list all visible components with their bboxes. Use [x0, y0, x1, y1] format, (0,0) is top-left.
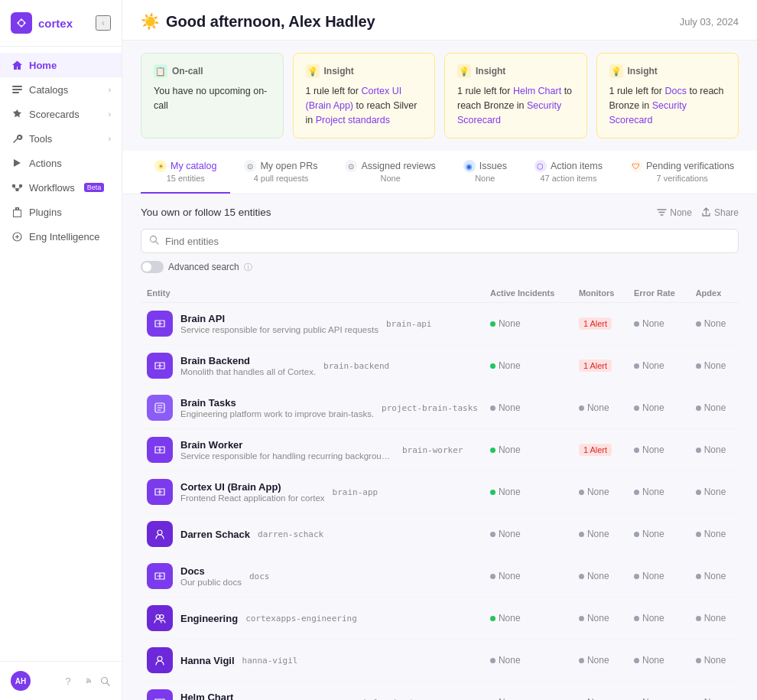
entity-name[interactable]: Docs	[180, 565, 242, 577]
monitors-value: None	[587, 655, 609, 666]
insight1-icon: 💡	[306, 64, 320, 78]
entity-desc: Service responsible for handling recurri…	[180, 451, 395, 461]
advanced-search-label: Advanced search	[168, 262, 239, 272]
tab-my-open-prs[interactable]: ⊙ My open PRs 4 pull requests	[230, 151, 331, 194]
sidebar-collapse-button[interactable]: ‹	[96, 15, 111, 31]
table-row[interactable]: Cortex UI (Brain App) Frontend React app…	[141, 471, 739, 513]
status-dot	[696, 321, 701, 327]
table-row[interactable]: Docs Our public docs docs None None None…	[141, 555, 739, 597]
entity-info: Brain Tasks Engineering platform work to…	[180, 397, 374, 418]
tab-issues[interactable]: ◉ Issues None	[450, 151, 521, 194]
insight3-link1[interactable]: Docs	[664, 86, 686, 96]
status-dot	[634, 321, 639, 327]
entity-cell: Darren Schack darren-schack	[141, 513, 484, 555]
insight1-link2[interactable]: Project standards	[316, 115, 390, 125]
sidebar-item-tools[interactable]: Tools ›	[0, 126, 122, 151]
table-row[interactable]: Brain API Service responsible for servin…	[141, 303, 739, 345]
status-dot	[579, 616, 584, 621]
entity-name[interactable]: Darren Schack	[180, 529, 250, 540]
entity-info: Docs Our public docs	[180, 565, 242, 587]
broadcast-icon[interactable]	[80, 675, 93, 687]
oncall-card-title: On-call	[172, 66, 203, 77]
tab-my-catalog[interactable]: ☀ My catalog 15 entities	[141, 151, 230, 194]
insight-card-3: 💡 Insight 1 rule left for Docs to reach …	[596, 53, 739, 138]
error-rate-value: None	[642, 655, 664, 666]
entity-name[interactable]: Cortex UI (Brain App)	[180, 481, 325, 493]
search-icon[interactable]	[99, 675, 111, 687]
entity-icon	[147, 563, 173, 589]
entity-icon	[147, 647, 173, 673]
svg-point-20	[158, 656, 162, 661]
home-icon	[11, 59, 23, 71]
tab-issues-sub: None	[475, 174, 495, 183]
sidebar-item-scorecards-label: Scorecards	[29, 109, 80, 120]
entity-name[interactable]: Helm Chart	[180, 692, 356, 700]
table-row[interactable]: Helm Chart The Helm Chart for he Cortex …	[141, 682, 739, 700]
incidents-cell: None	[484, 597, 573, 640]
sidebar-item-workflows[interactable]: Workflows Beta	[0, 175, 122, 200]
insight2-prefix: 1 rule left for	[457, 86, 513, 96]
oncall-card: 📋 On-call You have no upcoming on-call	[141, 53, 284, 138]
status-dot	[490, 616, 495, 621]
sidebar-item-home-label: Home	[29, 60, 57, 71]
svg-point-11	[86, 682, 87, 683]
table-row[interactable]: Brain Worker Service responsible for han…	[141, 429, 739, 471]
table-row[interactable]: Hanna Vigil hanna-vigil None None None N…	[141, 640, 739, 682]
sidebar-item-home[interactable]: Home	[0, 53, 122, 77]
apdex-value: None	[704, 613, 726, 623]
entity-desc: Engineering platform work to improve bra…	[180, 409, 374, 418]
svg-rect-6	[19, 184, 22, 187]
entity-name[interactable]: Hanna Vigil	[180, 655, 235, 666]
sidebar-item-workflows-label: Workflows	[29, 182, 75, 194]
entity-icon	[147, 479, 173, 505]
entity-name[interactable]: Brain Worker	[180, 439, 395, 451]
table-row[interactable]: Engineering cortexapps-engineering None …	[141, 597, 739, 640]
insight-card-2: 💡 Insight 1 rule left for Helm Chart to …	[444, 53, 587, 138]
status-dot	[490, 532, 495, 537]
filter-button[interactable]: None	[657, 207, 692, 218]
advanced-search-help-icon[interactable]: ⓘ	[244, 262, 252, 273]
error-rate-value: None	[642, 529, 664, 539]
entity-name[interactable]: Brain Backend	[180, 355, 316, 366]
status-dot	[634, 490, 639, 495]
entity-name[interactable]: Brain API	[180, 313, 378, 324]
error-rate-cell: None	[628, 597, 690, 640]
error-rate-cell: None	[628, 555, 690, 597]
avatar[interactable]: AH	[11, 671, 31, 691]
entity-name[interactable]: Engineering	[180, 613, 238, 624]
table-row[interactable]: Brain Tasks Engineering platform work to…	[141, 387, 739, 429]
tab-pending-verifications[interactable]: 🛡 Pending verifications 7 verifications	[616, 151, 748, 194]
status-dot	[490, 448, 495, 453]
tab-action-items[interactable]: ⬡ Action items 47 action items	[521, 151, 616, 194]
apdex-cell: None	[690, 640, 739, 682]
sidebar-item-catalogs[interactable]: Catalogs ›	[0, 77, 122, 102]
toggle-thumb	[142, 262, 151, 272]
search-input[interactable]	[165, 236, 730, 247]
entity-table-head: Entity Active Incidents Monitors Error R…	[141, 284, 739, 303]
sidebar-item-scorecards[interactable]: Scorecards ›	[0, 102, 122, 126]
sidebar-item-actions[interactable]: Actions	[0, 151, 122, 175]
status-dot	[579, 532, 584, 537]
search-row	[141, 229, 739, 253]
apdex-value: None	[704, 360, 726, 371]
insight1-header: 💡 Insight	[306, 64, 423, 78]
entity-icon	[147, 395, 173, 421]
entity-name[interactable]: Brain Tasks	[180, 397, 374, 409]
sidebar-item-plugins[interactable]: Plugins	[0, 200, 122, 224]
insight2-link1[interactable]: Helm Chart	[513, 86, 561, 96]
share-label: Share	[714, 207, 739, 218]
sidebar-item-eng-intelligence[interactable]: Eng Intelligence	[0, 224, 122, 249]
share-button[interactable]: Share	[701, 207, 739, 218]
apdex-value: None	[704, 487, 726, 497]
actions-icon	[11, 157, 23, 169]
table-row[interactable]: Brain Backend Monolith that handles all …	[141, 345, 739, 387]
error-rate-cell: None	[628, 640, 690, 682]
entity-desc: Monolith that handles all of Cortex.	[180, 367, 316, 376]
status-dot	[579, 490, 584, 495]
advanced-search-toggle[interactable]	[141, 261, 164, 273]
help-icon[interactable]: ?	[62, 675, 74, 687]
entity-tag: brain-backend	[323, 361, 389, 371]
tab-assigned-reviews[interactable]: ⊙ Assigned reviews None	[331, 151, 449, 194]
table-row[interactable]: Darren Schack darren-schack None None No…	[141, 513, 739, 555]
share-icon	[701, 207, 711, 217]
